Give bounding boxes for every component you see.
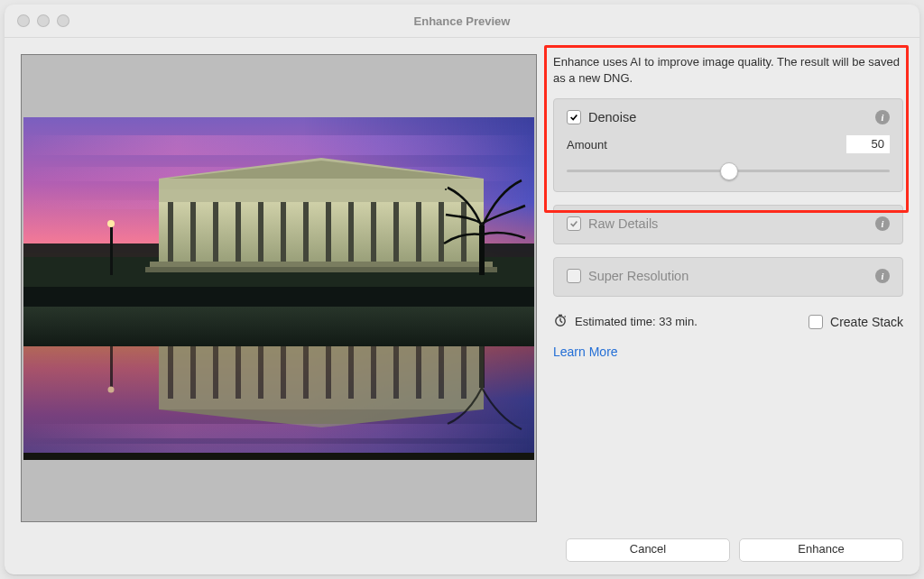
enhance-preview-window: Enhance Preview: [5, 5, 919, 574]
svg-rect-21: [326, 202, 331, 262]
denoise-label: Denoise: [588, 110, 636, 124]
svg-point-31: [445, 188, 447, 190]
amount-slider[interactable]: [567, 162, 890, 179]
svg-rect-17: [236, 202, 241, 262]
window-title: Enhance Preview: [5, 14, 919, 28]
svg-rect-24: [393, 202, 399, 262]
svg-rect-19: [281, 202, 286, 262]
close-window-button[interactable]: [17, 14, 30, 27]
svg-rect-18: [258, 202, 263, 262]
learn-more-link[interactable]: Learn More: [553, 345, 903, 359]
amount-slider-thumb[interactable]: [720, 162, 738, 180]
svg-rect-47: [348, 346, 354, 399]
svg-rect-28: [150, 262, 493, 267]
super-resolution-label: Super Resolution: [588, 269, 688, 283]
svg-rect-46: [326, 346, 331, 399]
maximize-window-button[interactable]: [57, 14, 69, 27]
svg-rect-43: [258, 346, 263, 399]
svg-rect-60: [23, 453, 534, 460]
svg-rect-37: [23, 307, 534, 346]
raw-details-group: Raw Details i: [553, 205, 903, 244]
svg-rect-51: [439, 346, 444, 399]
svg-rect-32: [110, 225, 113, 275]
svg-rect-41: [213, 346, 218, 399]
window-controls: [17, 14, 69, 27]
super-resolution-checkbox: [567, 269, 581, 283]
svg-point-33: [107, 220, 115, 227]
svg-rect-20: [303, 202, 309, 262]
svg-rect-26: [439, 202, 444, 262]
svg-text:i: i: [882, 219, 884, 229]
svg-rect-52: [461, 346, 467, 399]
raw-details-checkbox: [567, 216, 581, 231]
svg-rect-48: [371, 346, 376, 399]
denoise-group: Denoise i Amount 50: [553, 98, 903, 192]
titlebar: Enhance Preview: [5, 5, 919, 38]
info-icon[interactable]: i: [875, 269, 890, 283]
preview-image: [23, 117, 534, 460]
enhance-description: Enhance uses AI to improve image quality…: [553, 54, 903, 86]
svg-rect-9: [23, 287, 534, 307]
info-icon[interactable]: i: [875, 216, 890, 231]
svg-rect-58: [23, 424, 534, 438]
svg-rect-4: [23, 135, 534, 155]
amount-label: Amount: [567, 138, 607, 152]
create-stack-checkbox[interactable]: [808, 315, 823, 329]
svg-rect-15: [190, 202, 196, 262]
svg-rect-12: [159, 189, 484, 202]
create-stack-label: Create Stack: [830, 315, 903, 329]
svg-rect-38: [159, 346, 484, 399]
denoise-checkbox[interactable]: [567, 110, 581, 124]
controls-panel: Enhance uses AI to improve image quality…: [553, 54, 903, 522]
footer: Cancel Enhance: [5, 538, 919, 574]
svg-rect-45: [303, 346, 309, 399]
cancel-button[interactable]: Cancel: [566, 538, 730, 562]
raw-details-label: Raw Details: [588, 216, 658, 231]
svg-text:i: i: [882, 271, 884, 281]
svg-rect-13: [159, 202, 484, 262]
svg-rect-25: [416, 202, 421, 262]
svg-rect-27: [461, 202, 467, 262]
svg-rect-44: [281, 346, 286, 399]
svg-rect-29: [145, 267, 497, 272]
timer-icon: [553, 313, 568, 330]
svg-text:i: i: [882, 113, 884, 123]
svg-rect-39: [168, 346, 173, 399]
svg-rect-40: [190, 346, 196, 399]
svg-rect-42: [236, 346, 241, 399]
minimize-window-button[interactable]: [37, 14, 50, 27]
svg-rect-49: [393, 346, 399, 399]
super-resolution-group: Super Resolution i: [553, 257, 903, 297]
preview-pane[interactable]: [21, 54, 537, 522]
svg-rect-16: [213, 202, 218, 262]
svg-rect-56: [110, 346, 113, 388]
amount-value[interactable]: 50: [846, 135, 890, 153]
svg-rect-23: [371, 202, 376, 262]
svg-point-57: [108, 386, 115, 392]
svg-rect-53: [159, 399, 484, 409]
svg-rect-50: [416, 346, 421, 399]
svg-rect-55: [479, 346, 485, 388]
svg-rect-22: [348, 202, 354, 262]
info-icon[interactable]: i: [875, 110, 890, 124]
estimated-time: Estimated time: 33 min.: [575, 315, 698, 328]
enhance-button[interactable]: Enhance: [739, 538, 903, 562]
svg-rect-14: [168, 202, 173, 262]
